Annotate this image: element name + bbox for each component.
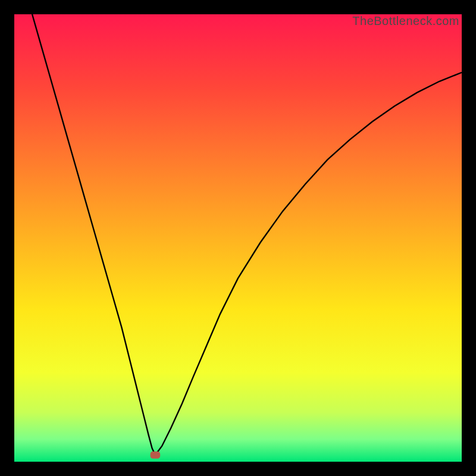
attribution-text: TheBottleneck.com xyxy=(352,14,459,28)
optimum-marker xyxy=(151,452,161,459)
chart-frame: TheBottleneck.com xyxy=(0,0,476,476)
gradient-background xyxy=(14,14,462,462)
bottleneck-chart xyxy=(14,14,462,462)
